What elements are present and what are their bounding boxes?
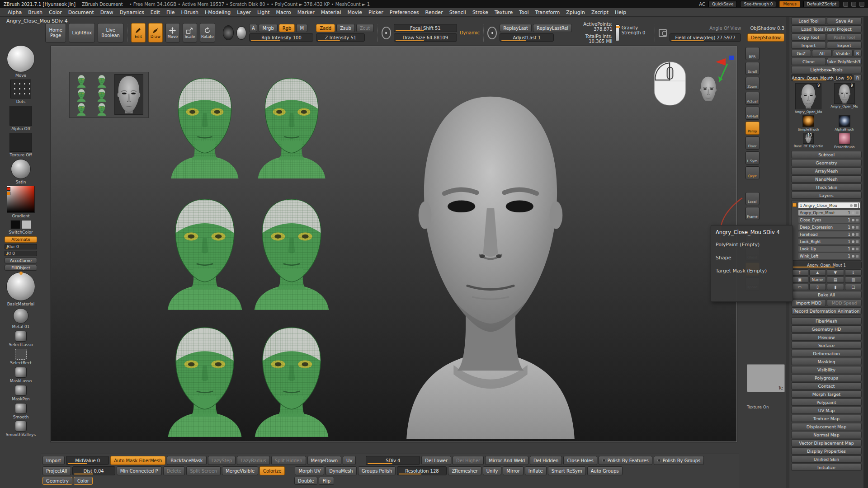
main-sculpt-head[interactable]	[403, 67, 578, 442]
menu-item[interactable]: Marker	[294, 9, 318, 16]
bottom-shelf-button[interactable]: Split Hidden	[271, 456, 306, 465]
gravity-direction-slider[interactable]	[615, 24, 619, 41]
menu-item[interactable]: Draw	[97, 9, 117, 16]
bottom-shelf-button[interactable]: Del Lower	[421, 456, 451, 465]
menu-item[interactable]: Dynamics	[117, 9, 147, 16]
bottom-shelf-button[interactable]: ProjectAll	[42, 466, 71, 475]
layer-eye-icon[interactable]	[852, 233, 854, 236]
smooth-brush[interactable]	[15, 403, 27, 414]
bottom-shelf-button[interactable]: Delete	[163, 466, 185, 475]
layer-mode-icon[interactable]	[856, 248, 859, 250]
bottom-shelf-button[interactable]: MergeDown	[307, 456, 342, 465]
layer-invert-button[interactable]: ▮	[827, 284, 844, 290]
quicksave-button[interactable]: QuickSave	[708, 1, 737, 7]
layer-row[interactable]: Close_Eyes 1	[798, 216, 860, 223]
popup-menu-item[interactable]: Shape	[716, 255, 788, 261]
layer-eye-icon[interactable]	[852, 248, 854, 250]
palette-tab[interactable]: Color	[74, 477, 93, 485]
save-as-button[interactable]: Save As	[827, 17, 862, 24]
layer-delete-button[interactable]: ▥	[845, 277, 862, 283]
camera-icon[interactable]	[659, 29, 667, 37]
menu-item[interactable]: I-Modeling	[202, 9, 234, 16]
tool-section-button[interactable]: Morph Target	[791, 390, 862, 398]
tool-section-button[interactable]: Surface	[791, 342, 862, 349]
current-tool-thumbnail[interactable]: 9	[795, 83, 821, 109]
main-color-swatch[interactable]	[10, 220, 20, 229]
paste-tool-button[interactable]: Paste Tool	[827, 33, 862, 41]
eraserbrush-thumbnail[interactable]	[839, 133, 850, 145]
menu-item[interactable]: File	[163, 9, 178, 16]
layer-down-button[interactable]: ⇓	[845, 269, 862, 276]
tool-section-button[interactable]: Layers	[791, 192, 862, 199]
zcut-button[interactable]: Zcut	[356, 24, 374, 32]
layer-merge-button[interactable]: ▭	[791, 284, 808, 290]
bottom-shelf-button[interactable]: Dist 0.04	[72, 466, 115, 475]
layer-eye-icon[interactable]	[852, 219, 854, 221]
bottom-shelf-button[interactable]: Morph UV	[295, 466, 324, 475]
tool-section-button[interactable]: Display Properties	[791, 447, 862, 455]
layer-name-button[interactable]: Name	[809, 277, 826, 283]
draw-button[interactable]: Draw	[148, 23, 163, 42]
menu-item[interactable]: Zscript	[588, 9, 612, 16]
menu-item[interactable]: Light	[254, 9, 273, 16]
copy-tool-button[interactable]: Copy Tool	[791, 33, 826, 41]
select-lasso-brush[interactable]	[15, 331, 27, 342]
bottom-shelf-button[interactable]: Colorize	[259, 466, 285, 475]
m-button[interactable]: M	[296, 24, 307, 32]
bottom-shelf-button[interactable]: MergeVisible	[222, 466, 258, 475]
right-shelf-button[interactable]: AAHalf	[745, 107, 760, 120]
field-of-view-slider[interactable]: Field of view(deg) 27.5977	[670, 33, 741, 42]
edit-button[interactable]: Edit	[131, 23, 146, 42]
bottom-shelf-button[interactable]: LazyRadius	[237, 456, 269, 465]
move-button[interactable]: Move	[165, 23, 180, 42]
layer-mode-icon[interactable]	[854, 204, 857, 207]
layer-step-down-button[interactable]: ▼	[827, 269, 844, 276]
tool-section-button[interactable]: Geometry HD	[791, 325, 862, 333]
tool-section-button[interactable]: Thick Skin	[791, 183, 862, 191]
fillobject-button[interactable]: FillObject	[5, 265, 37, 271]
tool-section-button[interactable]: Normal Map	[791, 431, 862, 438]
bottom-shelf-button[interactable]: Uv	[343, 456, 356, 465]
dynamic-mode-label[interactable]: Dynamic	[460, 30, 480, 35]
bottom-shelf-button[interactable]: Groups Polish	[358, 466, 396, 475]
bottom-shelf-button[interactable]: ZRemesher	[448, 466, 481, 475]
bottom-shelf-button[interactable]: MidValue 0	[66, 456, 109, 465]
layer-eye-icon[interactable]	[852, 211, 854, 214]
right-shelf-button[interactable]: Zoom	[745, 77, 760, 90]
help-icon[interactable]	[859, 2, 864, 7]
bottom-shelf-button[interactable]: Mirror	[503, 466, 523, 475]
basic-material-picker[interactable]	[6, 272, 35, 301]
see-through-slider[interactable]: See-through 0	[740, 1, 776, 7]
bottom-shelf-button[interactable]: Polish By Features	[599, 456, 652, 465]
tool-section-button[interactable]: UV Map	[791, 407, 862, 414]
layer-mode-icon[interactable]	[856, 226, 859, 229]
material-picker[interactable]	[11, 159, 31, 179]
stroke-type-picker[interactable]	[7, 45, 35, 72]
gravity-strength-slider[interactable]: Gravity Strength 0	[622, 24, 651, 35]
texture-picker[interactable]	[9, 133, 32, 152]
mdd-speed-slider[interactable]: MDD Speed	[827, 299, 862, 306]
color-picker[interactable]	[7, 186, 35, 213]
live-boolean-button[interactable]: Live Boolean	[98, 23, 123, 42]
layer-eye-icon[interactable]	[852, 226, 854, 229]
layer-row[interactable]: Forehead 1	[798, 231, 860, 238]
tool-section-button[interactable]: NanoMesh	[791, 175, 862, 183]
tool-section-button[interactable]: Deformation	[791, 350, 862, 357]
goz-button[interactable]: GoZ	[791, 50, 811, 57]
alternate-button[interactable]: Alternate	[5, 236, 37, 243]
alphabrush-thumbnail[interactable]	[839, 115, 850, 127]
deep-shadow-button[interactable]: DeepShadow	[747, 33, 784, 42]
layer-row[interactable]: Look_Up 1	[798, 245, 860, 252]
draw-size-icon[interactable]	[382, 27, 391, 39]
bottom-shelf-button[interactable]: Import	[42, 456, 65, 465]
bottom-shelf-button[interactable]: Del Hidden	[530, 456, 562, 465]
palette-tab[interactable]: Geometry	[42, 477, 72, 485]
blur-slider[interactable]: Blur 0	[5, 244, 37, 249]
goz-r-button[interactable]: R	[854, 50, 862, 57]
layer-clear-button[interactable]: □	[845, 284, 862, 290]
layer-duplicate-button[interactable]: ▤	[827, 277, 844, 283]
menu-item[interactable]: Layer	[234, 9, 254, 16]
tool-section-button[interactable]: Polygroups	[791, 374, 862, 381]
stroke-replay-icon[interactable]	[487, 27, 497, 39]
bottom-shelf-button[interactable]: LazyStep	[208, 456, 236, 465]
